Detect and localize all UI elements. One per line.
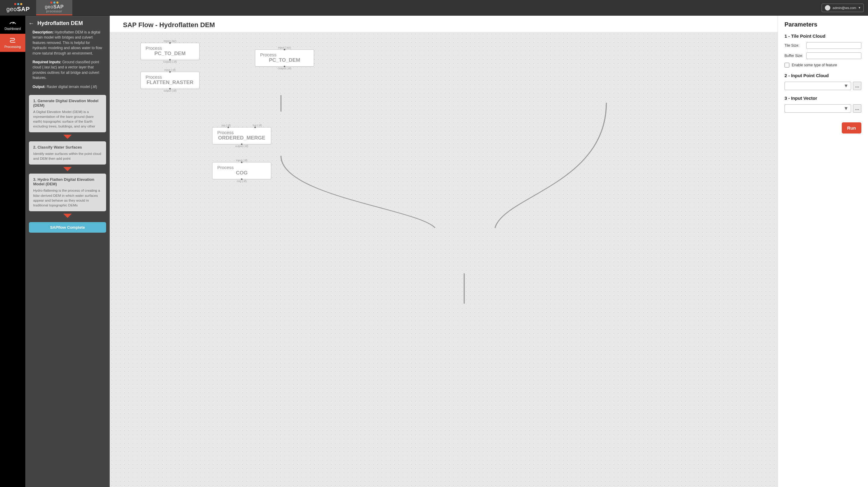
chevron-down-icon (28, 213, 107, 218)
input-point-cloud-select[interactable]: ▼ (784, 82, 851, 90)
step-card-3[interactable]: 3. Hydro Flatten Digital Elevation Model… (29, 174, 106, 211)
run-button[interactable]: Run (842, 122, 861, 133)
wires-icon (110, 32, 778, 487)
input-vector-select[interactable]: ▼ (784, 104, 851, 113)
chevron-down-icon: ▼ (844, 83, 848, 89)
flow-icon (9, 37, 17, 44)
buffer-size-input[interactable] (806, 53, 861, 59)
parameters-panel: Parameters 1 - Tile Point Cloud Tile Siz… (778, 16, 868, 487)
section-input-point-cloud: 2 - Input Point Cloud (784, 73, 861, 78)
node5-proc: Process (217, 165, 266, 170)
node4-out-port: output (.tif) (235, 145, 248, 148)
node4-name: ORDERED_MERGE (217, 135, 266, 141)
user-menu[interactable]: admin@ws.com ▾ (822, 4, 864, 12)
node2-name: FLATTEN_RASTER (146, 80, 194, 86)
tool-text: geoSAP (45, 4, 64, 10)
nav-processing-label: Processing (4, 45, 21, 49)
node2-in-port: input (.tif) (164, 68, 176, 71)
chevron-down-icon (28, 134, 107, 140)
tool-subtitle: processor (46, 10, 62, 13)
tile-size-input[interactable] (806, 42, 861, 49)
node1-name: PC_TO_DEM (146, 51, 194, 57)
node5-name: COG (217, 170, 266, 176)
nav-dashboard-label: Dashboard (4, 27, 21, 30)
node3-in-port: Input (.laz) (278, 46, 291, 49)
tool-tab-processor[interactable]: geoSAP processor (36, 0, 72, 16)
chevron-down-icon (28, 166, 107, 172)
node4-in-top: top (.tif) (221, 124, 231, 127)
output-text: Raster digital terrain model (.tif) (47, 85, 97, 89)
left-nav: Dashboard Processing (0, 16, 25, 487)
input-vector-browse[interactable]: ... (853, 104, 861, 113)
node-cog[interactable]: input (.tif) Process COG cog (.tif) (212, 162, 271, 179)
tile-size-label: Tile Size: (784, 43, 804, 48)
description-block: Description: Hydroflatten DEM is a digit… (28, 30, 107, 60)
step-1-desc: A Digital Elevation Model (DEM) is a rep… (33, 110, 102, 129)
step-2-title: 2. Classify Water Surfaces (33, 145, 102, 150)
node1-in-port: Input (.laz) (164, 39, 177, 42)
side-panel: ← Hydroflatten DEM Description: Hydrofla… (25, 16, 110, 487)
canvas-area: SAP Flow - Hydroflatten DEM Input (.laz)… (110, 16, 778, 487)
input-point-cloud-browse[interactable]: ... (853, 82, 861, 90)
section-input-vector: 3 - Input Vector (784, 95, 861, 101)
node5-out-port: cog (.tif) (237, 180, 247, 183)
step-card-1[interactable]: 1. Generate Digital Elevation Model (DEM… (29, 95, 106, 132)
svg-marker-2 (63, 167, 72, 171)
step-1-title: 1. Generate Digital Elevation Model (DEM… (33, 98, 102, 108)
flow-canvas[interactable]: Input (.laz) Process PC_TO_DEM Output (.… (110, 32, 778, 487)
parameters-title: Parameters (784, 21, 861, 28)
app-header: geoSAP geoSAP processor admin@ws.com ▾ (0, 0, 868, 16)
step-3-title: 3. Hydro Flatten Digital Elevation Model… (33, 177, 102, 186)
chevron-down-icon: ▼ (844, 106, 848, 111)
brand-logo[interactable]: geoSAP (0, 0, 36, 16)
node-ordered-merge[interactable]: top (.tif) bot (.tif) Process ORDERED_ME… (212, 127, 271, 144)
node5-in-port: input (.tif) (236, 159, 247, 162)
tool-dots-icon (50, 1, 59, 4)
node-flatten-raster[interactable]: input (.tif) Process FLATTEN_RASTER outp… (141, 72, 199, 89)
step-2-desc: Identify water surfaces within the point… (33, 151, 102, 161)
inputs-block: Required Inputs: Ground classified point… (28, 60, 107, 84)
canvas-title: SAP Flow - Hydroflatten DEM (110, 16, 778, 32)
gauge-icon (9, 19, 17, 26)
node3-name: PC_TO_DEM (260, 57, 309, 63)
enable-feature-label: Enable some type of feature (792, 63, 837, 67)
node-pc-to-dem-2[interactable]: Input (.laz) Process PC_TO_DEM Output (.… (255, 50, 314, 67)
back-arrow-icon[interactable]: ← (28, 20, 34, 27)
node1-out-port: Output (.tif) (163, 60, 177, 63)
description-label: Description: (33, 30, 54, 34)
output-label: Output: (33, 85, 45, 89)
section-tile-point-cloud: 1 - Tile Point Cloud (784, 33, 861, 38)
node2-out-port: output (.tif) (163, 89, 176, 92)
brand-dots-icon (14, 3, 22, 5)
nav-dashboard[interactable]: Dashboard (0, 16, 25, 34)
svg-marker-1 (63, 135, 72, 139)
avatar-icon (825, 5, 830, 10)
buffer-size-label: Buffer Size: (784, 54, 804, 58)
inputs-label: Required Inputs: (33, 60, 61, 64)
node3-out-port: Output (.tif) (278, 67, 291, 70)
node3-proc: Process (260, 52, 309, 57)
step-card-2[interactable]: 2. Classify Water Surfaces Identify wate… (29, 141, 106, 164)
node2-proc: Process (146, 74, 194, 80)
enable-feature-checkbox[interactable] (784, 63, 789, 67)
node-pc-to-dem-1[interactable]: Input (.laz) Process PC_TO_DEM Output (.… (141, 43, 199, 60)
node4-proc: Process (217, 130, 266, 135)
page-title: Hydroflatten DEM (37, 20, 83, 27)
output-block: Output: Raster digital terrain model (.t… (28, 84, 107, 93)
svg-marker-3 (63, 214, 72, 218)
brand-text: geoSAP (6, 6, 30, 13)
user-email: admin@ws.com (833, 6, 856, 10)
node1-proc: Process (146, 45, 194, 51)
nav-processing[interactable]: Processing (0, 34, 25, 52)
chevron-down-icon: ▾ (859, 6, 861, 10)
sapflow-complete-button[interactable]: SAPflow Complete (29, 222, 106, 233)
step-3-desc: Hydro-flattening is the process of creat… (33, 188, 102, 207)
node4-in-bot: bot (.tif) (253, 124, 262, 127)
